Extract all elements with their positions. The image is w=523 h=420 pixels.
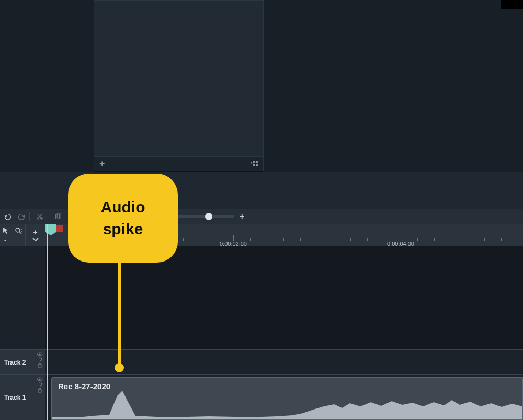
copy-button[interactable] bbox=[52, 211, 64, 222]
annotation-callout: Audio spike bbox=[68, 174, 178, 263]
callout-text-line: Audio bbox=[101, 196, 145, 218]
svg-rect-1 bbox=[256, 161, 258, 163]
svg-marker-4 bbox=[251, 161, 252, 164]
callout-pointer-tip bbox=[115, 363, 124, 372]
track-lane-1[interactable]: Rec 8-27-2020 bbox=[45, 374, 523, 420]
track-gutter bbox=[0, 246, 45, 349]
zoom-slider-thumb[interactable] bbox=[205, 213, 212, 220]
loop-icon[interactable] bbox=[37, 357, 43, 361]
eye-icon[interactable] bbox=[37, 352, 43, 356]
grid-view-icon[interactable] bbox=[251, 160, 259, 167]
svg-point-19 bbox=[39, 379, 41, 380]
redo-button[interactable] bbox=[16, 211, 27, 222]
zoom-in-icon[interactable]: + bbox=[240, 212, 244, 221]
svg-line-12 bbox=[19, 232, 21, 234]
lock-icon[interactable] bbox=[37, 388, 42, 393]
clip-label: Rec 8-27-2020 bbox=[58, 382, 110, 391]
svg-rect-3 bbox=[256, 164, 258, 166]
svg-point-11 bbox=[16, 228, 20, 232]
marker-icon[interactable]: ● bbox=[4, 239, 6, 242]
callout-text-line: spike bbox=[103, 218, 143, 240]
undo-button[interactable] bbox=[2, 211, 14, 222]
media-bin-panel bbox=[0, 0, 94, 172]
add-media-icon[interactable]: + bbox=[99, 158, 105, 169]
video-editor-app: + + ● bbox=[0, 0, 523, 420]
svg-rect-17 bbox=[38, 365, 41, 367]
track-header-2[interactable]: Track 2 bbox=[0, 349, 45, 374]
magnet-tool-icon[interactable] bbox=[15, 227, 22, 234]
track-header-1[interactable]: Track 1 bbox=[0, 374, 45, 420]
callout-pointer bbox=[118, 262, 121, 366]
corner-overlay bbox=[501, 0, 523, 9]
track-label: Track 1 bbox=[4, 394, 26, 401]
tool-column: ● bbox=[0, 224, 25, 246]
media-clip[interactable]: Rec 8-27-2020 bbox=[51, 377, 523, 420]
svg-rect-2 bbox=[253, 164, 255, 166]
lock-icon[interactable] bbox=[37, 362, 42, 368]
track-add-column: + bbox=[25, 224, 45, 246]
preview-footer: + bbox=[94, 156, 264, 171]
cut-button[interactable] bbox=[34, 211, 46, 222]
cursor-tool-icon[interactable] bbox=[2, 227, 9, 234]
svg-rect-20 bbox=[38, 390, 41, 392]
eye-icon[interactable] bbox=[37, 377, 43, 381]
loop-icon[interactable] bbox=[37, 382, 43, 387]
svg-point-16 bbox=[39, 354, 41, 355]
properties-panel bbox=[264, 0, 523, 172]
collapse-chevron-icon[interactable] bbox=[32, 237, 39, 242]
record-marker-icon bbox=[56, 225, 63, 232]
playhead-line bbox=[47, 224, 48, 420]
separator bbox=[29, 212, 30, 221]
track-label: Track 2 bbox=[4, 359, 26, 366]
preview-panel[interactable] bbox=[94, 0, 264, 156]
svg-rect-0 bbox=[253, 161, 255, 163]
audio-waveform bbox=[52, 391, 522, 419]
add-track-icon[interactable]: + bbox=[33, 228, 37, 236]
separator bbox=[48, 212, 48, 221]
